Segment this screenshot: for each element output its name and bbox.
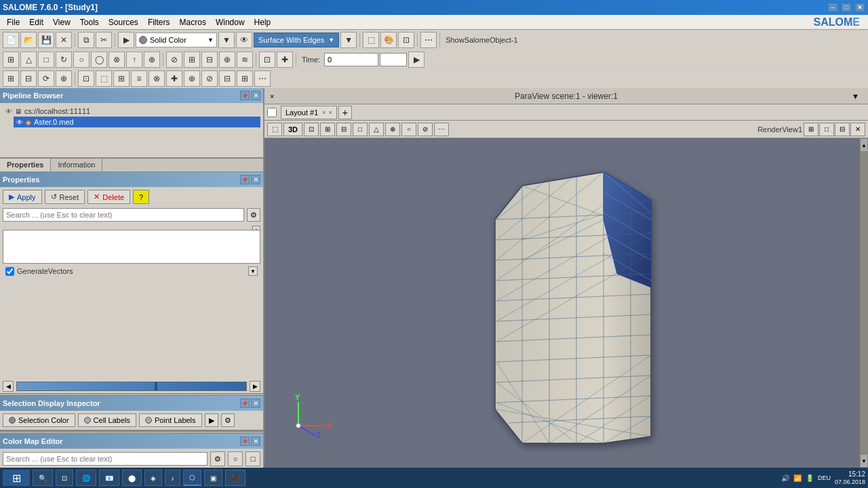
menu-view[interactable]: View [49,16,75,28]
cell-labels-button[interactable]: Cell Labels [78,413,136,427]
scroll-down-btn[interactable]: ▼ [860,454,868,468]
stream-button[interactable]: ≋ [237,52,253,68]
torus-button[interactable]: ◯ [91,52,107,68]
properties-close-button[interactable]: ✕ [251,175,260,184]
vp-btn5[interactable]: ⊟ [336,123,351,136]
t3-btn13[interactable]: ⊟ [219,70,235,87]
slider-left-button[interactable]: ◀ [3,381,14,392]
layout-checkbox[interactable] [267,108,277,117]
properties-search[interactable] [3,208,244,222]
paravis-icon[interactable]: ▶ [118,32,134,48]
generate-vectors-options[interactable]: ▼ [248,266,258,276]
taskbar-media[interactable]: ♪ [165,470,180,486]
taskbar-app6[interactable]: ▣ [204,470,222,486]
more-button[interactable]: ⋯ [420,32,437,48]
menu-file[interactable]: File [3,16,24,28]
vp-scrollbar-v[interactable]: ▲ ▼ [860,138,868,468]
save-button[interactable]: 💾 [38,32,54,48]
vp-layout-btn4[interactable]: ✕ [850,123,865,136]
menu-edit[interactable]: Edit [25,16,47,28]
color-map-btn2[interactable]: ○ [228,451,243,466]
clip-button[interactable]: ⊘ [166,52,182,68]
taskbar-taskview[interactable]: ⊡ [56,470,73,486]
vp-3d-button[interactable]: 3D [283,123,302,136]
t3-btn6[interactable]: ⬚ [96,70,112,87]
tab-properties[interactable]: Properties [0,159,51,171]
t3-btn1[interactable]: ⊞ [3,70,19,87]
paint-button[interactable]: 🎨 [380,32,397,48]
layout-tab-1[interactable]: Layout #1 × × [281,106,337,119]
t3-btn12[interactable]: ⊘ [201,70,218,87]
selection-inspector-pin[interactable]: 📌 [240,399,250,408]
menu-filters[interactable]: Filters [144,16,174,28]
contour-button[interactable]: ⊕ [219,52,235,68]
vp-btn10[interactable]: ⊘ [418,123,433,136]
generate-vectors-checkbox[interactable] [5,267,14,276]
time-advance[interactable]: ▶ [408,52,425,68]
select2-button[interactable]: ⊡ [398,32,414,48]
t3-btn10[interactable]: ✚ [166,70,182,87]
taskbar-chrome[interactable]: ⬤ [122,470,142,486]
layout-tab-close[interactable]: × [329,109,332,116]
color-map-gear[interactable]: ⚙ [210,451,225,466]
node-button[interactable]: ⊕ [144,52,160,68]
menu-help[interactable]: Help [250,16,275,28]
t3-btn14[interactable]: ⊞ [237,70,253,87]
pipeline-file[interactable]: 👁 ◆ Aster.0.med [14,117,260,127]
vp-layout-btn1[interactable]: ⊞ [804,123,818,136]
tab-information[interactable]: Information [51,159,102,171]
spring-button[interactable]: ⊗ [108,52,125,68]
vp-btn6[interactable]: □ [353,123,368,136]
menu-sources[interactable]: Sources [104,16,142,28]
start-button[interactable]: ⊞ [3,470,30,486]
apply-button[interactable]: ▶ Apply [3,190,42,204]
open-button[interactable]: 📂 [20,32,37,48]
new-button[interactable]: 📄 [3,32,19,48]
eye-button[interactable]: 👁 [236,32,252,48]
t3-btn5[interactable]: ⊡ [78,70,94,87]
surface-dropdown[interactable]: Surface With Edges ▼ [254,33,339,47]
surface-options-button[interactable]: ▼ [340,32,357,48]
delete-toolbar-button[interactable]: ✕ [56,32,72,48]
menu-macros[interactable]: Macros [176,16,210,28]
vp-layout-btn3[interactable]: ⊟ [835,123,850,136]
selection-gear-btn[interactable]: ⚙ [221,413,235,427]
time-field2[interactable] [380,53,407,66]
slice-button[interactable]: ⊞ [184,52,200,68]
color-map-search[interactable] [3,452,208,466]
taskbar-salome[interactable]: ⬡ [183,470,201,486]
slider-right-button[interactable]: ▶ [250,381,260,392]
pipeline-close-button[interactable]: ✕ [251,91,260,100]
help-button[interactable]: ? [133,190,149,204]
time-input[interactable]: 0 [324,53,378,66]
sphere-button[interactable]: ○ [73,52,90,68]
t3-btn3[interactable]: ⟳ [38,70,54,87]
t3-btn11[interactable]: ⊕ [184,70,200,87]
selection-color-button[interactable]: Selection Color [3,413,75,427]
cut-button[interactable]: ✂ [96,32,112,48]
t3-btn9[interactable]: ⊗ [149,70,165,87]
taskbar-outlook[interactable]: 📧 [99,470,119,486]
scroll-up-btn[interactable]: ▲ [860,138,868,152]
menu-tools[interactable]: Tools [76,16,103,28]
threshold-button[interactable]: ⊟ [201,52,218,68]
vp-select-btn[interactable]: ⬚ [267,123,282,136]
t3-btn7[interactable]: ⊞ [113,70,130,87]
properties-pin-button[interactable]: 📌 [240,175,250,184]
grid-button[interactable]: ⊞ [3,52,19,68]
delete-button[interactable]: ✕ Delete [87,190,130,204]
vp-btn8[interactable]: ⊕ [385,123,400,136]
mesh-button[interactable]: △ [20,52,37,68]
tb2-btn2[interactable]: ✚ [277,52,293,68]
pipeline-pin-button[interactable]: 📌 [240,91,250,100]
minimize-button[interactable]: ─ [827,3,838,12]
color-map-btn3[interactable]: □ [245,451,260,466]
select-button[interactable]: ⬚ [363,32,379,48]
tb2-btn1[interactable]: ⊡ [259,52,275,68]
solid-color-dropdown[interactable]: Solid Color ▼ [136,33,217,47]
t3-btn8[interactable]: ≡ [131,70,147,87]
search-gear-button[interactable]: ⚙ [247,208,260,222]
rotate-button[interactable]: ↻ [56,52,72,68]
close-button[interactable]: ✕ [854,3,865,12]
taskbar-search[interactable]: 🔍 [33,470,53,486]
